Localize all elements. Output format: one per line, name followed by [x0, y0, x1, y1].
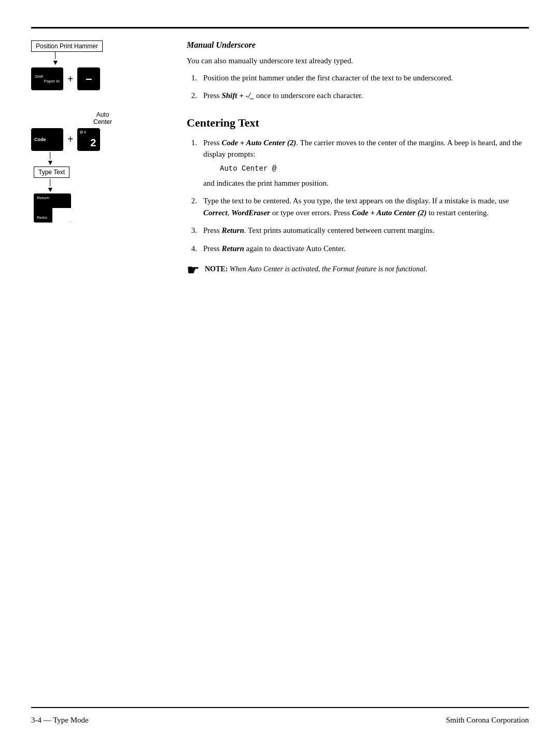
list-text: Position the print hammer under the firs…: [203, 72, 529, 84]
code-key: Code: [31, 128, 63, 151]
position-print-hammer-label: Position Print Hammer: [31, 40, 103, 52]
return-key: Return Reloc: [34, 193, 71, 223]
footer-right: Smith Corona Corporation: [446, 716, 529, 725]
centering-text-list: 1. Press Code + Auto Center (2). The car…: [187, 137, 529, 255]
note-icon: ☛: [187, 261, 200, 279]
code-plus-2-row: Code + @ c 2: [31, 128, 100, 151]
footer: 3-4 — Type Mode Smith Corona Corporation: [31, 716, 529, 725]
note-text: NOTE: When Auto Center is activated, the…: [205, 264, 427, 274]
list-text: Press Shift + -/_ once to underscore eac…: [203, 90, 529, 102]
manual-underscore-title: Manual Underscore: [187, 40, 529, 50]
shift-key-top: Shift: [35, 74, 43, 79]
diagram-centering: Auto Center Code + @ c 2 ▼ Type Text: [31, 111, 166, 223]
minus-key-label: –: [86, 72, 92, 86]
return-key-top: Return: [37, 196, 49, 200]
footer-left: 3-4 — Type Mode: [31, 716, 89, 725]
list-item: 2. Type the text to be centered. As you …: [187, 195, 529, 218]
shift-key: Shift Paper In: [31, 67, 63, 90]
minus-key: –: [77, 67, 100, 90]
type-text-label: Type Text: [34, 167, 69, 178]
section-manual-underscore: Manual Underscore You can also manually …: [187, 40, 529, 102]
key-2: @ c 2: [77, 128, 100, 151]
return-key-bottom: Reloc: [37, 215, 47, 220]
shift-key-bottom: Paper In: [44, 79, 60, 84]
right-column: Manual Underscore You can also manually …: [176, 35, 529, 700]
note-box: ☛ NOTE: When Auto Center is activated, t…: [187, 264, 529, 279]
manual-underscore-intro: You can also manually underscore text al…: [187, 55, 529, 67]
list-item: 2. Press Shift + -/_ once to underscore …: [187, 90, 529, 102]
auto-center-label: Auto Center: [93, 111, 112, 126]
list-item: 1. Press Code + Auto Center (2). The car…: [187, 137, 529, 189]
list-item: 4. Press Return again to deactivate Auto…: [187, 243, 529, 255]
list-text: Press Return again to deactivate Auto Ce…: [203, 243, 529, 255]
list-num: 2.: [187, 90, 197, 102]
centering-text-title: Centering Text: [187, 116, 529, 130]
list-num: 1.: [187, 137, 197, 189]
top-border: [31, 27, 529, 29]
list-num: 4.: [187, 243, 197, 255]
list-num: 2.: [187, 195, 197, 218]
section-centering-text: Centering Text 1. Press Code + Auto Cent…: [187, 116, 529, 279]
left-column: Position Print Hammer ▼ Shift Paper In +…: [31, 35, 176, 700]
bottom-border: [31, 707, 529, 709]
note-content: When Auto Center is activated, the Forma…: [230, 265, 427, 273]
mono-display: Auto Center @: [220, 163, 529, 174]
shift-plus-minus-row: Shift Paper In + –: [31, 67, 100, 90]
list-text: Type the text to be centered. As you typ…: [203, 195, 529, 218]
key-2-small-label: @ c: [79, 130, 86, 134]
list-num: 1.: [187, 72, 197, 84]
code-key-label: Code: [34, 137, 46, 142]
note-label: NOTE:: [205, 265, 228, 273]
list-num: 3.: [187, 225, 197, 237]
list-text: Press Code + Auto Center (2). The carrie…: [203, 137, 529, 189]
list-item: 1. Position the print hammer under the f…: [187, 72, 529, 84]
plus-sign-1: +: [67, 73, 73, 85]
manual-underscore-list: 1. Position the print hammer under the f…: [187, 72, 529, 102]
plus-sign-2: +: [67, 133, 73, 145]
list-text: Press Return. Text prints automatically …: [203, 225, 529, 237]
diagram-position-print-hammer: Position Print Hammer ▼ Shift Paper In +…: [31, 40, 166, 90]
key-2-big-label: 2: [90, 137, 96, 149]
list-item: 3. Press Return. Text prints automatical…: [187, 225, 529, 237]
